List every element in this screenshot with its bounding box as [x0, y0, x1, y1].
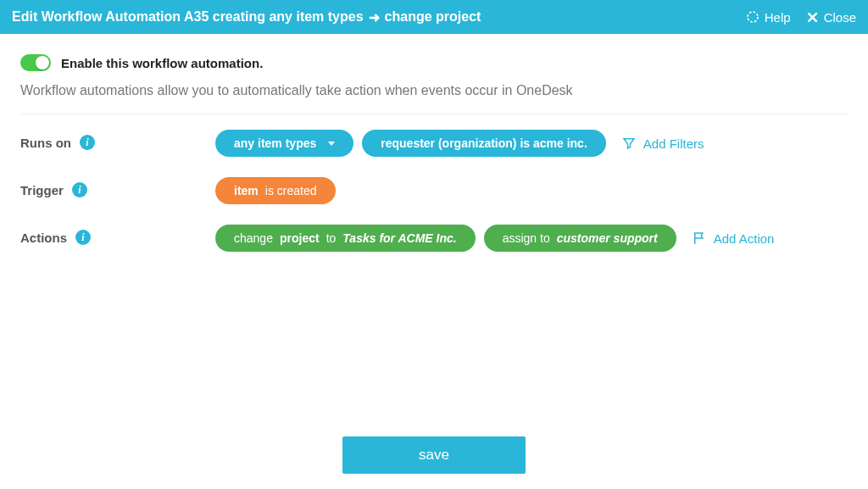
enable-row: Enable this workflow automation. [20, 49, 848, 83]
info-icon[interactable]: i [75, 230, 91, 245]
actions-label-wrap: Actions i [20, 225, 215, 245]
action2-prefix: assign to [503, 231, 550, 245]
trigger-row: Trigger i item is created [20, 177, 848, 204]
trigger-pill[interactable]: item is created [215, 177, 336, 204]
title-prefix: Edit Workflow Automation A35 creating an… [12, 9, 364, 25]
actions-row: Actions i change project to Tasks for AC… [20, 225, 848, 252]
save-button-wrap: save [0, 436, 868, 474]
runs-on-content: any item types requester (organization) … [215, 130, 848, 157]
action-pill-change-project[interactable]: change project to Tasks for ACME Inc. [215, 225, 476, 252]
arrow-icon: ➜ [369, 9, 380, 25]
description-text: Workflow automations allow you to automa… [20, 83, 848, 114]
trigger-label: Trigger [20, 183, 64, 197]
item-types-value: any item types [234, 136, 316, 150]
trigger-content: item is created [215, 177, 848, 204]
add-action-label: Add Action [714, 231, 775, 246]
help-label: Help [765, 10, 791, 25]
action1-prefix: change [234, 231, 273, 245]
trigger-subject: item [234, 184, 259, 197]
help-button[interactable]: Help [746, 10, 791, 25]
action-pill-assign[interactable]: assign to customer support [484, 225, 676, 252]
add-filters-label: Add Filters [643, 136, 704, 151]
enable-toggle[interactable] [20, 54, 51, 71]
add-filters-button[interactable]: Add Filters [621, 136, 704, 151]
modal-title: Edit Workflow Automation A35 creating an… [12, 9, 481, 25]
filter-icon [621, 136, 637, 151]
title-suffix: change project [385, 9, 481, 25]
trigger-verb: is created [265, 184, 317, 197]
action1-value: Tasks for ACME Inc. [342, 231, 456, 245]
runs-on-label-wrap: Runs on i [20, 130, 215, 150]
svg-point-0 [748, 12, 758, 22]
runs-on-label: Runs on [20, 136, 71, 150]
close-button[interactable]: Close [806, 10, 856, 25]
modal-body: Enable this workflow automation. Workflo… [0, 34, 868, 252]
save-button[interactable]: save [342, 436, 526, 474]
action1-field: project [280, 231, 320, 245]
action2-value: customer support [557, 231, 658, 245]
info-icon[interactable]: i [72, 182, 87, 197]
filter-text: requester (organization) is acme inc. [381, 136, 587, 150]
trigger-label-wrap: Trigger i [20, 177, 215, 197]
add-action-button[interactable]: Add Action [692, 231, 775, 246]
runs-on-row: Runs on i any item types requester (orga… [20, 130, 848, 157]
info-icon[interactable]: i [80, 135, 95, 150]
close-icon [806, 11, 819, 24]
item-types-dropdown[interactable]: any item types [215, 130, 353, 157]
flag-icon [692, 231, 707, 246]
actions-content: change project to Tasks for ACME Inc. as… [215, 225, 848, 252]
header-actions: Help Close [746, 10, 856, 25]
action1-to: to [326, 231, 337, 245]
actions-label: Actions [20, 231, 67, 245]
enable-label: Enable this workflow automation. [61, 56, 263, 70]
modal-header: Edit Workflow Automation A35 creating an… [0, 0, 868, 34]
divider [20, 114, 848, 114]
close-label: Close [824, 10, 856, 25]
chevron-down-icon [328, 142, 335, 146]
help-icon [746, 10, 760, 24]
filter-pill[interactable]: requester (organization) is acme inc. [362, 130, 606, 157]
